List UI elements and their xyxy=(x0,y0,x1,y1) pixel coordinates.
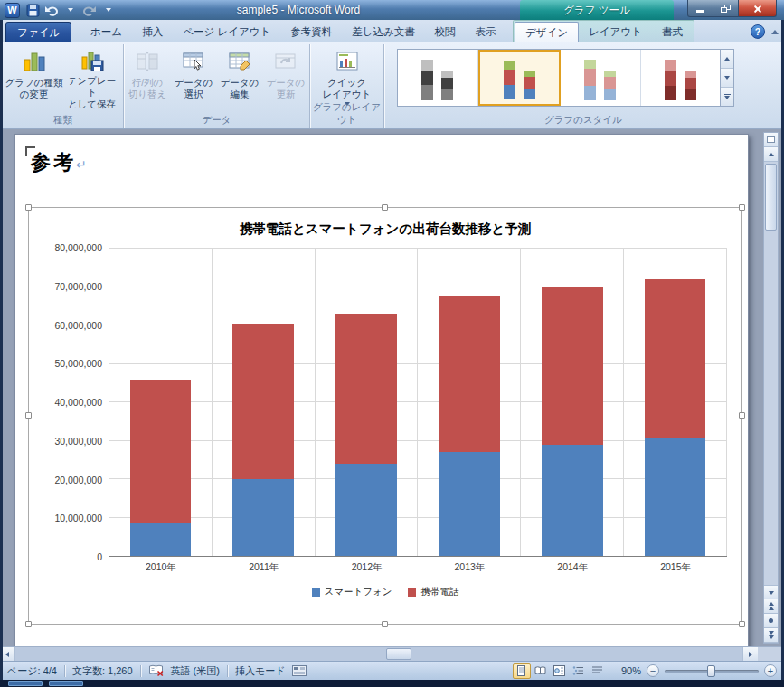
bar-segment[interactable] xyxy=(130,380,192,523)
zoom-slider-thumb[interactable] xyxy=(707,665,715,677)
ribbon-tab-7[interactable]: 表示 xyxy=(466,22,506,42)
vscroll-track[interactable] xyxy=(764,162,778,585)
chart-style-thumb-1[interactable] xyxy=(398,50,478,106)
vertical-scrollbar[interactable] xyxy=(763,132,779,644)
bar-segment[interactable] xyxy=(542,287,603,445)
draft-view-button[interactable] xyxy=(589,663,607,679)
resize-handle[interactable] xyxy=(382,204,388,211)
scroll-up-button[interactable] xyxy=(764,147,778,162)
context-tab-2[interactable]: レイアウト xyxy=(579,22,652,42)
minimize-button[interactable] xyxy=(687,0,713,17)
bar-segment[interactable] xyxy=(645,279,706,438)
ribbon-tab-2[interactable]: 挿入 xyxy=(132,22,173,42)
undo-dropdown[interactable] xyxy=(62,2,79,18)
page-indicator[interactable]: ページ: 4/4 xyxy=(7,664,57,678)
resize-handle[interactable] xyxy=(25,204,32,211)
ribbon-tab-3[interactable]: ページ レイアウト xyxy=(173,22,280,42)
edit-data-button[interactable]: データの 編集 xyxy=(217,45,263,110)
bar-segment[interactable] xyxy=(335,314,397,464)
minimize-ribbon-icon[interactable] xyxy=(771,30,779,34)
hscroll-thumb[interactable] xyxy=(386,648,411,660)
chart-type-icon xyxy=(22,47,47,76)
ribbon-tab-1[interactable]: ホーム xyxy=(80,22,132,42)
hscroll-track[interactable] xyxy=(15,647,742,661)
legend-item[interactable]: 携帯電話 xyxy=(408,586,458,598)
close-button[interactable] xyxy=(738,0,777,17)
zoom-in-button[interactable]: + xyxy=(764,664,777,677)
bar-segment[interactable] xyxy=(130,523,192,556)
word-count[interactable]: 文字数: 1,260 xyxy=(72,664,133,678)
qat-customize-button[interactable] xyxy=(100,2,117,18)
stacked-bar[interactable] xyxy=(335,249,397,556)
bar-segment[interactable] xyxy=(439,296,500,452)
stacked-bar[interactable] xyxy=(542,249,603,556)
web-layout-view-button[interactable] xyxy=(551,663,569,679)
save-button[interactable] xyxy=(24,2,41,18)
stacked-bar[interactable] xyxy=(439,249,500,556)
resize-handle[interactable] xyxy=(382,621,388,627)
redo-button[interactable] xyxy=(81,2,98,18)
context-tab-3[interactable]: 書式 xyxy=(652,22,693,42)
chart-style-thumb-2[interactable] xyxy=(478,50,562,106)
resize-handle[interactable] xyxy=(739,412,745,419)
fullscreen-reading-view-button[interactable] xyxy=(532,663,550,679)
browse-next-button[interactable] xyxy=(764,628,778,643)
fullscreen-reading-icon xyxy=(534,665,546,676)
resize-handle[interactable] xyxy=(739,204,745,211)
chart-legend[interactable]: スマートフォン携帯電話 xyxy=(29,586,741,598)
ruler-toggle-button[interactable] xyxy=(764,133,778,147)
ime-button[interactable] xyxy=(292,665,307,676)
insert-mode-indicator[interactable]: 挿入モード xyxy=(235,664,286,678)
gallery-more-button[interactable] xyxy=(721,88,733,106)
bar-segment[interactable] xyxy=(542,445,603,556)
resize-handle[interactable] xyxy=(25,412,32,419)
stacked-bar[interactable] xyxy=(232,249,294,556)
bar-segment[interactable] xyxy=(232,479,294,556)
stacked-bar[interactable] xyxy=(130,249,192,556)
resize-handle[interactable] xyxy=(739,621,745,627)
zoom-level[interactable]: 90% xyxy=(621,665,641,676)
taskbar-window-button[interactable] xyxy=(8,681,43,686)
stacked-bar[interactable] xyxy=(645,249,706,556)
chart-object[interactable]: 携帯電話とスマートフォンの出荷台数推移と予測 010,000,00020,000… xyxy=(28,207,742,625)
save-as-template-button[interactable]: テンプレート として保存 xyxy=(63,45,121,110)
chart-style-thumb-4[interactable] xyxy=(641,50,721,106)
vscroll-thumb[interactable] xyxy=(765,164,777,231)
zoom-slider[interactable] xyxy=(665,664,759,678)
zoom-out-button[interactable]: − xyxy=(647,664,659,677)
resize-handle[interactable] xyxy=(25,621,32,627)
bar-segment[interactable] xyxy=(232,324,294,479)
bar-segment[interactable] xyxy=(439,452,500,556)
context-tab-1[interactable]: デザイン xyxy=(515,22,579,42)
bar-segment[interactable] xyxy=(335,464,397,556)
taskbar-window-button[interactable] xyxy=(49,681,83,686)
language-indicator[interactable]: 英語 (米国) xyxy=(171,664,220,678)
undo-button[interactable] xyxy=(43,2,60,18)
outline-view-button[interactable] xyxy=(570,663,588,679)
scroll-right-button[interactable] xyxy=(742,647,758,661)
spellcheck-button[interactable] xyxy=(148,664,164,677)
restore-button[interactable] xyxy=(713,0,738,17)
print-layout-view-button[interactable] xyxy=(513,663,531,679)
ribbon-tab-4[interactable]: 参考資料 xyxy=(280,22,342,42)
ribbon-tab-5[interactable]: 差し込み文書 xyxy=(342,22,425,42)
chart-plot[interactable] xyxy=(109,248,727,557)
horizontal-scrollbar[interactable] xyxy=(0,646,784,661)
select-browse-object-button[interactable] xyxy=(764,614,778,628)
ribbon-tab-6[interactable]: 校閲 xyxy=(425,22,466,42)
gallery-scroll-down-button[interactable] xyxy=(721,69,733,88)
select-data-button[interactable]: データの 選択 xyxy=(171,45,217,110)
help-button[interactable]: ? xyxy=(751,24,765,39)
bar-segment[interactable] xyxy=(645,438,706,556)
word-app-icon[interactable]: W xyxy=(5,3,20,18)
chart-title[interactable]: 携帯電話とスマートフォンの出荷台数推移と予測 xyxy=(29,221,741,238)
document-heading[interactable]: 参考↵ xyxy=(31,149,87,176)
legend-item[interactable]: スマートフォン xyxy=(312,586,392,598)
document-page[interactable]: 参考↵ 携帯電話とスマートフォンの出荷台数推移と予測 010,000,00020… xyxy=(14,134,749,646)
browse-previous-button[interactable] xyxy=(764,599,778,614)
gallery-scroll-up-button[interactable] xyxy=(721,50,733,69)
chart-style-thumb-3[interactable] xyxy=(561,50,641,106)
change-chart-type-button[interactable]: グラフの種類 の変更 xyxy=(5,45,63,110)
file-tab[interactable]: ファイル xyxy=(5,22,71,42)
scroll-down-button[interactable] xyxy=(764,585,778,599)
